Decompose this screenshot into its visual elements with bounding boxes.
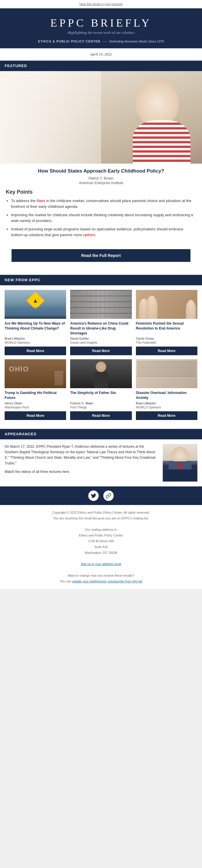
news-line-4 (137, 368, 196, 368)
key-points-list: To address the flaws in the childcare ma… (6, 198, 196, 238)
unsubscribe-link[interactable]: unsubscribe from this list (107, 580, 142, 583)
article-title-5: The Simplicity of Father Stu (70, 391, 132, 400)
face-shape (96, 362, 106, 372)
article-img-6 (136, 359, 197, 388)
news-line-1 (137, 362, 196, 362)
change-text: Want to change how you receive these ema… (68, 574, 134, 577)
read-more-button-2[interactable]: Read More (70, 347, 132, 355)
mailing-label: Our mailing address is: (5, 527, 197, 533)
news-line-3 (137, 366, 196, 366)
baby-head (136, 80, 179, 126)
article-title-3: Feminists Pushed the Sexual Revolution t… (136, 321, 197, 336)
address-line-3: Suite 910 (5, 544, 197, 550)
featured-image (0, 71, 202, 164)
key-points-title: Key Points (6, 189, 196, 195)
flood-scene: ▲ (5, 290, 66, 319)
article-card-6: Disaster Overload: Information Anxiety B… (136, 359, 197, 420)
featured-label: FEATURED (5, 64, 27, 68)
warning-icon: ▲ (33, 297, 38, 304)
read-more-button-5[interactable]: Read More (70, 411, 132, 420)
featured-org: American Enterprise Institute (6, 181, 196, 185)
twitter-icon (91, 493, 96, 499)
receiving-text: You are receiving this email because you… (5, 516, 197, 521)
pharmacy-scene (70, 290, 132, 319)
link-icon (106, 493, 111, 499)
read-more-button-6[interactable]: Read More (136, 411, 197, 420)
person-scene (70, 359, 132, 388)
appearances-label: APPEARANCES (5, 432, 37, 436)
appearances-section: APPEARANCES On March 17, 2022, EPPC Pres… (0, 429, 202, 486)
key-point-3: Instead of pursuing large-scale programs… (11, 226, 196, 238)
news-line-7 (137, 374, 196, 374)
article-img-3 (136, 290, 197, 319)
update-preferences-link[interactable]: update your preferences (72, 580, 106, 583)
tie-shape (179, 463, 181, 470)
change-preferences-text: Want to change how you receive these ema… (5, 573, 197, 579)
article-byline-4: Henry Olsen (5, 401, 66, 405)
read-more-button-4[interactable]: Read More (5, 411, 66, 420)
footer: Copyright © 2022 Ethics and Public Polic… (0, 505, 202, 589)
read-full-report-button[interactable]: Read the Full Report (11, 249, 191, 262)
featured-author: Patrick T. Brown (6, 176, 196, 180)
article-pub-3: The Federalist (136, 341, 197, 344)
address-line-4: Washington, DC 20036 (5, 550, 197, 556)
read-more-button-3[interactable]: Read More (136, 347, 197, 355)
date-bar: April 19, 2022 (0, 49, 202, 60)
social-bar (0, 487, 202, 505)
read-full-container: Read the Full Report (0, 249, 202, 275)
person-shape-2 (146, 296, 158, 319)
article-card-3: Feminists Pushed the Sexual Revolution t… (136, 290, 197, 355)
article-byline-1: Brad Littlejohn (5, 337, 66, 340)
news-line-6 (137, 372, 196, 372)
copyright-text: Copyright © 2022 Ethics and Public Polic… (5, 510, 197, 516)
ohio-text: OHIO (9, 365, 29, 373)
door-shape (55, 371, 63, 385)
header-nav: ETHICS & PUBLIC POLICY CENTER — Defendin… (6, 39, 196, 44)
view-in-browser-link[interactable]: View this email in your browser (79, 2, 123, 6)
link-button[interactable] (103, 491, 114, 501)
new-from-eppc-content: ▲ Are We Warming Up To New Ways of Think… (0, 285, 202, 429)
article-card-2: America's Reliance on China Could Result… (70, 290, 132, 355)
twitter-button[interactable] (88, 491, 99, 501)
article-byline-3: Carrie Gress (136, 337, 197, 340)
article-card-1: ▲ Are We Warming Up To New Ways of Think… (5, 290, 66, 355)
read-more-button-1[interactable]: Read More (5, 347, 66, 355)
appearances-text: On March 17, 2022, EPPC President Ryan T… (5, 444, 158, 475)
brand-subtitle: Highlighting the recent work of our scho… (6, 30, 196, 35)
article-byline-2: David Gortler (70, 337, 132, 340)
article-card-5: The Simplicity of Father Stu Francis X. … (70, 359, 132, 420)
key-point-2: Improving the market for childcare shoul… (11, 212, 196, 223)
article-byline-5: Francis X. Maier (70, 401, 132, 405)
article-img-2 (70, 290, 132, 319)
featured-content: How Should States Approach Early Childho… (0, 164, 202, 249)
article-title-4: Trump is Gambling His Political Future (5, 391, 66, 400)
window-light (0, 71, 101, 164)
news-line-8 (137, 376, 196, 376)
article-title-2: America's Reliance on China Could Result… (70, 321, 132, 336)
update-text: You can (60, 580, 71, 583)
org-name: ETHICS & PUBLIC POLICY CENTER (38, 40, 100, 43)
articles-grid-top: ▲ Are We Warming Up To New Ways of Think… (5, 290, 197, 355)
ryan-anderson-photo (163, 444, 197, 482)
articles-grid-bottom: OHIO Trump is Gambling His Political Fut… (5, 359, 197, 420)
add-to-address-book-link[interactable]: Add us to your address book (81, 562, 121, 566)
baby-body (133, 120, 191, 164)
address-line-2: 1730 M Street NW (5, 538, 197, 544)
water-shape (5, 307, 66, 316)
article-card-4: OHIO Trump is Gambling His Political Fut… (5, 359, 66, 420)
new-from-eppc-header: NEW FROM EPPC (0, 275, 202, 285)
ohio-scene: OHIO (5, 359, 66, 388)
featured-section-header: FEATURED (0, 61, 202, 71)
email-wrapper: View this email in your browser EPPC BRI… (0, 0, 202, 589)
header-banner: EPPC BRIEFLY Highlighting the recent wor… (0, 8, 202, 48)
article-title-6: Disaster Overload: Information Anxiety (136, 391, 197, 400)
article-pub-1: WORLD Opinions (5, 341, 66, 344)
article-pub-2: Issues and Insights (70, 341, 132, 344)
warning-sign-shape: ▲ (27, 292, 44, 310)
article-pub-6: WORLD Opinions (136, 406, 197, 409)
new-from-eppc-section: NEW FROM EPPC ▲ Are We Warming Up To New… (0, 275, 202, 429)
appearances-header: APPEARANCES (0, 429, 202, 439)
brand-title: EPPC BRIEFLY (6, 17, 196, 29)
news-line-5 (137, 370, 196, 370)
people-scene (136, 290, 197, 319)
